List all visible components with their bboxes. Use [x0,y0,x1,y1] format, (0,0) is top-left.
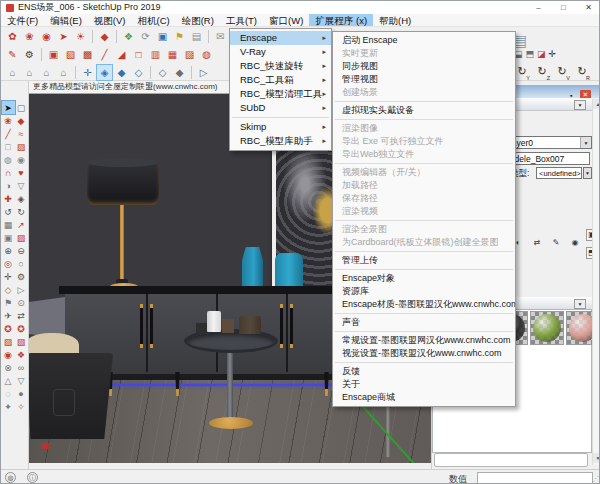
tool-icon[interactable]: ⇄ [15,309,28,322]
menubar-item[interactable]: 帮助(H) [373,14,417,26]
tool-icon[interactable]: ▨ [2,335,15,348]
menu-item[interactable]: SUbD▸ [230,101,331,115]
collapse-chevron-icon[interactable]: ▼ [574,299,586,309]
tool-icon[interactable]: ◑ [2,179,15,192]
menu-item[interactable]: RBC_模型清理工具▸ [230,87,331,101]
tool-icon[interactable]: ▣ [2,231,15,244]
entity-toggle-icon[interactable]: ⇄ [531,236,543,248]
menubar-item[interactable]: 窗口(W) [263,14,309,26]
close-button[interactable]: ✕ [576,1,600,14]
menubar-item[interactable]: 绘图(R) [176,14,220,26]
tool-icon[interactable]: ✛ [80,65,95,80]
menu-item[interactable]: Enscape▸ [230,31,331,45]
rotate-tool-icon[interactable]: ↻Z [532,65,552,80]
tool-icon[interactable]: ▽ [15,179,28,192]
eraser-icon[interactable]: ◪ [537,49,546,59]
submenu-item[interactable]: 管理上传 [333,254,515,267]
tool-icon[interactable]: ◆ [114,65,129,80]
submenu-item[interactable]: 同步视图 [333,60,515,73]
tool-icon[interactable]: ➤ [56,29,71,44]
tool-icon[interactable]: ▣ [155,29,170,44]
menubar-item[interactable]: 编辑(E) [44,14,88,26]
submenu-item[interactable]: 资源库 [333,285,515,298]
entity-toggle-icon[interactable]: ✎ [550,236,562,248]
tool-icon[interactable]: ♥ [15,166,28,179]
tool-icon[interactable]: ❀ [2,114,15,127]
menubar-item[interactable]: 文件(F) [1,14,44,26]
tool-icon[interactable]: ❖ [121,29,136,44]
tray-scrollbar[interactable]: ▲ ▼ [592,99,600,465]
tool-icon[interactable]: ▷ [15,283,28,296]
menu-item[interactable]: V-Ray▸ [230,45,331,59]
tool-icon[interactable]: ▣ [46,47,61,62]
submenu-item[interactable]: Enscape商城 [333,391,515,404]
tool-icon[interactable]: ▢ [15,101,28,114]
tool-icon[interactable]: □ [2,140,15,153]
tool-icon[interactable]: ⚙ [22,47,37,62]
tool-icon[interactable]: ⟳ [138,29,153,44]
tool-icon[interactable]: ◈ [97,65,112,80]
tool-icon[interactable]: ▦ [165,47,180,62]
tool-icon[interactable]: ⚙ [15,270,28,283]
tool-icon[interactable]: ▨ [15,231,28,244]
tool-icon[interactable]: ⚑ [2,296,15,309]
submenu-item[interactable]: 反馈 [333,365,515,378]
tool-icon[interactable]: ◎ [2,257,15,270]
menubar-item[interactable]: 视图(V) [88,14,132,26]
tool-icon[interactable]: ╱ [2,127,15,140]
tool-icon[interactable]: ✚ [2,192,15,205]
tool-icon[interactable]: △ [2,374,15,387]
menu-item[interactable]: RBC_工具箱▸ [230,73,331,87]
measurements-input[interactable] [477,472,593,484]
menu-item[interactable]: RBC_模型库助手▸ [230,134,331,148]
rotate-tool-icon[interactable]: ↻R [572,65,592,80]
monitor2-icon[interactable]: ⬒ [526,49,535,59]
chevron-down-icon[interactable]: ▼ [580,137,591,148]
tool-icon[interactable]: ❀ [22,29,37,44]
tool-icon[interactable]: ✪ [15,322,28,335]
info-icon[interactable]: ⓘ [27,472,38,483]
tray-bottom-field[interactable] [434,453,588,467]
tool-icon[interactable]: ▽ [15,374,28,387]
tool-icon[interactable]: ▤ [189,29,204,44]
tool-icon[interactable]: ⌂ [39,65,54,80]
submenu-item[interactable]: 关于 [333,378,515,391]
rotate-tool-icon[interactable]: ↻V [552,65,572,80]
tool-icon[interactable]: ✎ [5,47,20,62]
tool-icon[interactable]: ∩ [2,166,15,179]
tool-icon[interactable]: ✿ [5,29,20,44]
tool-icon[interactable]: ◉ [2,348,15,361]
tool-icon[interactable]: ◢ [114,47,129,62]
collapse-chevron-icon[interactable]: ▼ [574,100,586,110]
tool-icon[interactable]: ↻ [15,205,28,218]
tool-icon[interactable]: ◆ [172,65,187,80]
geolocation-icon[interactable]: ◍ [5,472,16,483]
menubar-item[interactable]: 相机(C) [131,14,175,26]
submenu-item[interactable]: Enscape对象 [333,272,515,285]
maximize-button[interactable]: □ [551,1,576,14]
tool-icon[interactable]: ▦ [2,218,15,231]
tool-icon[interactable]: ● [15,387,28,400]
submenu-item[interactable]: 视觉设置-墨图联盟汉化www.cnwhc.com [333,347,515,360]
tool-icon[interactable]: ▥ [148,47,163,62]
tool-icon[interactable]: ▧ [63,47,78,62]
tool-icon[interactable]: ▨ [182,47,197,62]
tool-icon[interactable]: ✦ [2,400,15,413]
tool-icon[interactable]: ✈ [2,309,15,322]
entity-toggle-icon[interactable]: ◉ [569,236,581,248]
tool-icon[interactable]: ▧ [15,335,28,348]
tool-icon[interactable]: ↗ [15,218,28,231]
tool-icon[interactable]: ◉ [15,153,28,166]
tool-icon[interactable]: ⌂ [56,65,71,80]
tool-icon[interactable]: ✛ [2,270,15,283]
scroll-up-icon[interactable]: ▲ [593,99,600,109]
menu-item[interactable]: RBC_快速旋转▸ [230,59,331,73]
tool-icon[interactable]: ≈ [15,127,28,140]
tool-icon[interactable]: ⚑ [172,29,187,44]
tool-icon[interactable]: ✉ [213,29,228,44]
tool-icon[interactable]: ◇ [155,65,170,80]
tool-icon[interactable]: ✧ [15,400,28,413]
submenu-item[interactable]: 声音 [333,316,515,329]
tool-icon[interactable]: ╱ [97,47,112,62]
tool-icon[interactable]: ⌂ [22,65,37,80]
